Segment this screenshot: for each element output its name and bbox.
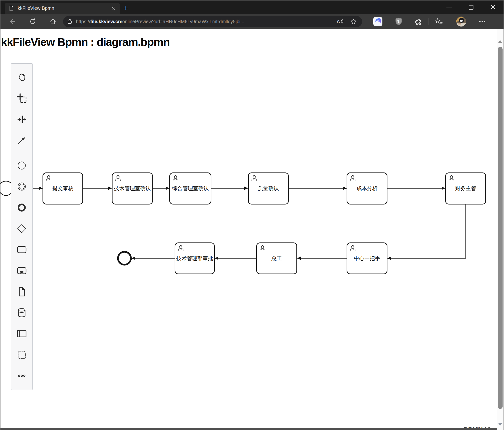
palette-data-store[interactable] xyxy=(11,302,33,323)
page-file-icon xyxy=(9,6,14,11)
task-label: 成本分析 xyxy=(357,185,378,192)
settings-menu-icon[interactable] xyxy=(479,18,486,25)
user-task-icon xyxy=(349,244,357,252)
palette-space-tool[interactable] xyxy=(11,109,33,130)
user-task-icon xyxy=(448,174,455,182)
new-tab-button[interactable]: + xyxy=(124,5,128,12)
scroll-down-arrow-icon[interactable] xyxy=(498,423,502,426)
arrowhead-icon xyxy=(108,187,112,190)
user-task-icon xyxy=(45,174,53,182)
profile-avatar[interactable] xyxy=(456,17,466,27)
arrowhead-icon xyxy=(244,187,248,190)
arrowhead-icon xyxy=(343,187,347,190)
browser-toolbar: https://file.kkview.cn/onlinePreview?url… xyxy=(0,14,504,29)
url-path: /onlinePreview?url=aHR0cHM6Ly9maWxlLmtrd… xyxy=(121,19,244,24)
browser-window: kkFileView Bpmn + https:/ xyxy=(0,0,504,430)
svg-text:T: T xyxy=(397,19,400,24)
palette-start-event[interactable] xyxy=(11,155,33,176)
back-icon[interactable] xyxy=(9,18,16,25)
window-controls xyxy=(445,0,497,14)
minimize-button[interactable] xyxy=(445,3,453,11)
favorite-star-icon[interactable] xyxy=(350,18,357,25)
task-label: 质量确认 xyxy=(258,185,279,192)
task-label: 财务主管 xyxy=(455,185,476,192)
user-task-general-office[interactable]: 综合管理室确认 xyxy=(169,172,211,205)
palette-intermediate-event[interactable] xyxy=(11,176,33,197)
task-label: 综合管理室确认 xyxy=(172,185,209,192)
tampermonkey-extension-icon[interactable]: T xyxy=(395,17,403,26)
tab-bar: kkFileView Bpmn + xyxy=(0,0,504,14)
palette-global-connect-tool[interactable] xyxy=(11,130,33,151)
page-title: kkFileView Bpmn : diagram.bpmn xyxy=(1,35,170,48)
collections-icon[interactable] xyxy=(435,18,443,25)
user-task-icon xyxy=(250,174,258,182)
user-task-submit[interactable]: 提交审核 xyxy=(43,172,83,205)
task-label: 技术管理室确认 xyxy=(114,185,151,192)
home-icon[interactable] xyxy=(49,18,56,25)
palette-subprocess[interactable] xyxy=(11,260,33,281)
task-label: 提交审核 xyxy=(52,185,73,192)
user-task-cost[interactable]: 成本分析 xyxy=(347,172,387,205)
tab-title: kkFileView Bpmn xyxy=(18,6,110,11)
lock-icon[interactable] xyxy=(67,19,72,24)
scrollbar-thumb[interactable] xyxy=(498,47,503,409)
palette-gateway[interactable] xyxy=(11,218,33,239)
palette-group[interactable] xyxy=(11,344,33,365)
user-task-quality[interactable]: 质量确认 xyxy=(248,172,289,205)
user-task-icon xyxy=(349,174,357,182)
palette-task[interactable] xyxy=(11,239,33,260)
arrowhead-icon xyxy=(39,187,43,190)
task-label: 技术管理部审批 xyxy=(176,255,213,262)
user-task-chief[interactable]: 总工 xyxy=(256,242,297,274)
extensions-puzzle-icon[interactable] xyxy=(415,18,423,25)
url-host: file.kkview.cn xyxy=(90,19,121,24)
user-task-icon xyxy=(114,174,122,182)
read-aloud-letter: A xyxy=(337,19,340,24)
user-task-finance[interactable]: 财务主管 xyxy=(445,172,486,205)
vertical-scrollbar[interactable] xyxy=(497,29,504,430)
user-task-icon xyxy=(177,244,185,252)
close-button[interactable] xyxy=(489,3,497,11)
user-task-icon xyxy=(259,244,266,252)
sequence-flow-layer xyxy=(0,0,504,430)
palette-hand-tool[interactable] xyxy=(11,67,33,88)
arrowhead-icon xyxy=(132,257,135,260)
palette-data-object[interactable] xyxy=(11,281,33,302)
maximize-button[interactable] xyxy=(467,3,475,11)
url-bar[interactable]: https://file.kkview.cn/onlinePreview?url… xyxy=(63,16,362,27)
arrowhead-icon xyxy=(215,257,218,260)
arrowhead-icon xyxy=(442,187,445,190)
palette-lasso-tool[interactable] xyxy=(11,88,33,109)
user-task-center-head[interactable]: 中心一把手 xyxy=(347,242,387,274)
bottom-scroll-strip xyxy=(0,428,504,430)
palette-end-event[interactable] xyxy=(11,197,33,218)
end-event[interactable] xyxy=(118,252,131,265)
arrowhead-icon xyxy=(297,257,301,260)
user-task-tech-office[interactable]: 技术管理室确认 xyxy=(112,172,153,205)
palette-participant[interactable] xyxy=(11,323,33,344)
arrowhead-icon xyxy=(166,187,169,190)
sequence-flow[interactable] xyxy=(387,205,466,258)
palette-more-options[interactable] xyxy=(11,365,33,386)
refresh-icon[interactable] xyxy=(29,18,36,25)
palette-separator xyxy=(14,153,29,153)
task-label: 中心一把手 xyxy=(354,255,380,262)
window-border-top xyxy=(0,0,504,0)
toolbar-divider xyxy=(429,18,429,25)
url-text: https://file.kkview.cn/onlinePreview?url… xyxy=(76,19,336,24)
url-scheme: https:// xyxy=(76,19,90,24)
task-label: 总工 xyxy=(272,255,282,262)
read-aloud-icon[interactable]: A xyxy=(336,18,343,25)
bpmn-canvas[interactable]: 提交审核 技术管理室确认 综合管理室确认 质量确认 成本分析 财务主管 技术管理… xyxy=(0,0,504,430)
tab-close-icon[interactable] xyxy=(110,6,116,11)
user-task-icon xyxy=(172,174,179,182)
window-border-left xyxy=(0,0,0,430)
thunder-extension-icon[interactable] xyxy=(373,17,383,26)
user-task-tech-dept[interactable]: 技术管理部审批 xyxy=(175,242,215,274)
tab-kkfileview[interactable]: kkFileView Bpmn xyxy=(5,3,120,14)
arrowhead-icon xyxy=(387,257,391,260)
bpmn-palette xyxy=(11,63,33,390)
scroll-up-arrow-icon[interactable] xyxy=(498,40,502,43)
